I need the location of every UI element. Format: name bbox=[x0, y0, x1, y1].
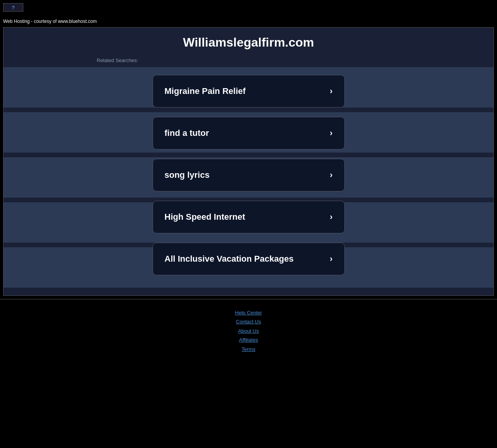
search-item-label: song lyrics bbox=[165, 170, 210, 180]
footer-link[interactable]: About Us bbox=[0, 326, 497, 335]
footer-link[interactable]: Terms bbox=[0, 345, 497, 354]
question-icon: ? bbox=[12, 5, 15, 10]
chevron-icon: › bbox=[330, 212, 332, 222]
chevron-icon: › bbox=[330, 128, 332, 138]
search-item-label: find a tutor bbox=[165, 128, 209, 138]
related-searches-label: Related Searches: bbox=[3, 54, 494, 67]
chevron-icon: › bbox=[330, 254, 332, 264]
footer-divider bbox=[0, 299, 497, 299]
main-container: Williamslegalfirm.com Related Searches: … bbox=[3, 27, 494, 296]
chevron-icon: › bbox=[330, 86, 332, 96]
footer-link[interactable]: Contact Us bbox=[0, 317, 497, 326]
search-item[interactable]: find a tutor› bbox=[153, 117, 345, 149]
search-item[interactable]: All Inclusive Vacation Packages› bbox=[153, 243, 345, 275]
items-section: Migraine Pain Relief›find a tutor›song l… bbox=[3, 67, 494, 288]
search-item[interactable]: High Speed Internet› bbox=[153, 201, 345, 233]
site-title: Williamslegalfirm.com bbox=[3, 28, 494, 54]
items-inner: Migraine Pain Relief›find a tutor›song l… bbox=[3, 71, 494, 284]
search-item[interactable]: Migraine Pain Relief› bbox=[153, 75, 345, 108]
search-item-label: All Inclusive Vacation Packages bbox=[165, 254, 294, 264]
search-item[interactable]: song lyrics› bbox=[153, 159, 345, 191]
footer-link[interactable]: Affiliates bbox=[0, 335, 497, 344]
footer: Help CenterContact UsAbout UsAffiliatesT… bbox=[0, 302, 497, 359]
question-icon-box[interactable]: ? bbox=[3, 3, 23, 12]
chevron-icon: › bbox=[330, 170, 332, 180]
search-item-label: Migraine Pain Relief bbox=[165, 86, 246, 96]
search-item-label: High Speed Internet bbox=[165, 212, 245, 222]
web-hosting-text: Web Hosting - courtesy of www.bluehost.c… bbox=[0, 15, 497, 27]
top-bar: ? bbox=[0, 0, 497, 15]
footer-link[interactable]: Help Center bbox=[0, 308, 497, 317]
